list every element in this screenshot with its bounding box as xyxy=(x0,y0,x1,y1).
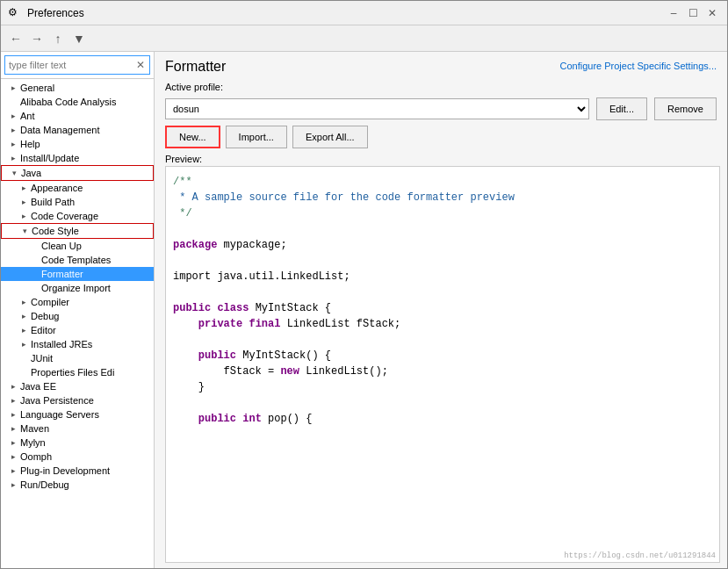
sidebar-label-ant: Ant xyxy=(20,111,35,121)
minimize-button[interactable]: – xyxy=(666,5,681,21)
sidebar-label-installed-jres: Installed JREs xyxy=(31,339,92,349)
sidebar-tree: ▸GeneralAlibaba Code Analysis▸Ant▸Data M… xyxy=(1,79,154,568)
clear-search-icon[interactable]: ✕ xyxy=(136,59,145,71)
export-all-button[interactable]: Export All... xyxy=(292,126,368,148)
expand-icon-installed-jres[interactable]: ▸ xyxy=(18,339,29,349)
expand-icon-clean-up[interactable] xyxy=(29,241,40,251)
sidebar-item-installed-jres[interactable]: ▸Installed JREs xyxy=(1,337,154,351)
sidebar-item-java-persistence[interactable]: ▸Java Persistence xyxy=(1,393,154,407)
expand-icon-code-coverage[interactable]: ▸ xyxy=(18,211,29,221)
expand-icon-run-debug[interactable]: ▸ xyxy=(8,479,18,490)
sidebar-label-maven: Maven xyxy=(20,423,49,434)
sidebar-item-build-path[interactable]: ▸Build Path xyxy=(1,195,154,209)
title-bar: ⚙ Preferences – ☐ ✕ xyxy=(1,1,727,25)
expand-icon-junit[interactable] xyxy=(18,353,29,364)
code-token: MyIntStack() { xyxy=(236,349,331,362)
main-content: ✕ ▸GeneralAlibaba Code Analysis▸Ant▸Data… xyxy=(1,52,727,568)
code-line: private final LinkedList fStack; xyxy=(173,316,712,332)
sidebar-item-data-management[interactable]: ▸Data Management xyxy=(1,123,154,137)
sidebar-item-help[interactable]: ▸Help xyxy=(1,137,154,151)
expand-icon-compiler[interactable]: ▸ xyxy=(18,297,29,307)
expand-icon-data-management[interactable]: ▸ xyxy=(8,125,18,135)
sidebar-item-code-templates[interactable]: Code Templates xyxy=(1,253,154,267)
sidebar-item-code-coverage[interactable]: ▸Code Coverage xyxy=(1,209,154,223)
sidebar-item-editor[interactable]: ▸Editor xyxy=(1,323,154,337)
maximize-button[interactable]: ☐ xyxy=(685,5,701,21)
up-button[interactable]: ↑ xyxy=(48,29,68,48)
configure-link[interactable]: Configure Project Specific Settings... xyxy=(559,61,717,71)
import-button[interactable]: Import... xyxy=(226,126,287,148)
expand-icon-editor[interactable]: ▸ xyxy=(18,325,29,335)
sidebar-item-maven[interactable]: ▸Maven xyxy=(1,421,154,436)
expand-icon-formatter[interactable] xyxy=(29,269,40,279)
expand-icon-appearance[interactable]: ▸ xyxy=(18,183,29,193)
expand-icon-mylyn[interactable]: ▸ xyxy=(8,437,18,448)
expand-icon-plugin-development[interactable]: ▸ xyxy=(8,465,18,476)
code-token: final xyxy=(249,318,280,330)
edit-button[interactable]: Edit... xyxy=(596,97,647,120)
sidebar-item-properties-files[interactable]: Properties Files Edi xyxy=(1,365,154,379)
new-button[interactable]: New... xyxy=(165,126,220,148)
expand-icon-alibaba[interactable] xyxy=(8,97,18,107)
expand-icon-maven[interactable]: ▸ xyxy=(8,423,18,434)
sidebar-label-data-management: Data Management xyxy=(20,125,100,135)
expand-icon-help[interactable]: ▸ xyxy=(8,139,18,149)
expand-icon-java-persistence[interactable]: ▸ xyxy=(8,395,18,406)
expand-icon-properties-files[interactable] xyxy=(18,367,29,378)
expand-icon-java-ee[interactable]: ▸ xyxy=(8,381,18,392)
sidebar-item-run-debug[interactable]: ▸Run/Debug xyxy=(1,478,154,492)
sidebar-label-compiler: Compiler xyxy=(31,297,69,307)
search-box: ✕ xyxy=(1,52,154,79)
forward-button[interactable]: → xyxy=(27,29,47,48)
sidebar-item-formatter[interactable]: Formatter xyxy=(1,267,154,281)
sidebar-item-debug[interactable]: ▸Debug xyxy=(1,309,154,323)
sidebar-item-plugin-development[interactable]: ▸Plug-in Development xyxy=(1,464,154,478)
sidebar-label-junit: JUnit xyxy=(31,353,53,364)
back-button[interactable]: ← xyxy=(6,29,25,48)
expand-icon-code-style[interactable]: ▾ xyxy=(19,226,30,236)
sidebar-item-organize-imports[interactable]: Organize Import xyxy=(1,281,154,295)
search-input[interactable] xyxy=(4,55,150,75)
profile-select[interactable]: dosun xyxy=(165,98,589,119)
sidebar-item-appearance[interactable]: ▸Appearance xyxy=(1,181,154,195)
sidebar-item-clean-up[interactable]: Clean Up xyxy=(1,239,154,253)
preferences-window: ⚙ Preferences – ☐ ✕ ← → ↑ ▼ ✕ ▸GeneralAl… xyxy=(0,0,728,569)
expand-icon-oomph[interactable]: ▸ xyxy=(8,451,18,462)
panel-header: Formatter Configure Project Specific Set… xyxy=(155,52,727,78)
sidebar-item-junit[interactable]: JUnit xyxy=(1,351,154,365)
sidebar-label-clean-up: Clean Up xyxy=(41,241,82,251)
expand-icon-java[interactable]: ▾ xyxy=(9,168,19,178)
expand-icon-build-path[interactable]: ▸ xyxy=(18,197,29,207)
code-token: MyIntStack { xyxy=(249,302,331,314)
code-token: int xyxy=(242,413,262,425)
code-line: package mypackage; xyxy=(173,237,712,253)
watermark: https://blog.csdn.net/u011291844 xyxy=(564,551,716,560)
sidebar-label-code-templates: Code Templates xyxy=(41,255,111,265)
sidebar-label-install-update: Install/Update xyxy=(20,153,79,163)
sidebar-item-compiler[interactable]: ▸Compiler xyxy=(1,295,154,309)
expand-icon-general[interactable]: ▸ xyxy=(8,83,18,93)
sidebar-item-code-style[interactable]: ▾Code Style xyxy=(1,223,154,239)
menu-button[interactable]: ▼ xyxy=(69,29,89,48)
sidebar-label-language-servers: Language Servers xyxy=(20,409,99,420)
sidebar-item-general[interactable]: ▸General xyxy=(1,81,154,95)
sidebar-item-mylyn[interactable]: ▸Mylyn xyxy=(1,436,154,450)
expand-icon-debug[interactable]: ▸ xyxy=(18,311,29,321)
close-button[interactable]: ✕ xyxy=(704,5,720,21)
sidebar-item-language-servers[interactable]: ▸Language Servers xyxy=(1,407,154,421)
sidebar-item-alibaba[interactable]: Alibaba Code Analysis xyxy=(1,95,154,109)
sidebar-item-oomph[interactable]: ▸Oomph xyxy=(1,450,154,464)
expand-icon-ant[interactable]: ▸ xyxy=(8,111,18,121)
sidebar-item-install-update[interactable]: ▸Install/Update xyxy=(1,151,154,165)
expand-icon-language-servers[interactable]: ▸ xyxy=(8,409,18,420)
remove-button[interactable]: Remove xyxy=(654,97,717,120)
sidebar-label-debug: Debug xyxy=(31,311,59,321)
expand-icon-code-templates[interactable] xyxy=(29,255,40,265)
expand-icon-install-update[interactable]: ▸ xyxy=(8,153,18,163)
sidebar-item-java[interactable]: ▾Java xyxy=(1,165,154,181)
sidebar-item-java-ee[interactable]: ▸Java EE xyxy=(1,379,154,393)
expand-icon-organize-imports[interactable] xyxy=(29,283,40,293)
sidebar-item-ant[interactable]: ▸Ant xyxy=(1,109,154,123)
active-profile-label: Active profile: xyxy=(165,82,235,92)
toolbar: ← → ↑ ▼ xyxy=(1,25,727,52)
